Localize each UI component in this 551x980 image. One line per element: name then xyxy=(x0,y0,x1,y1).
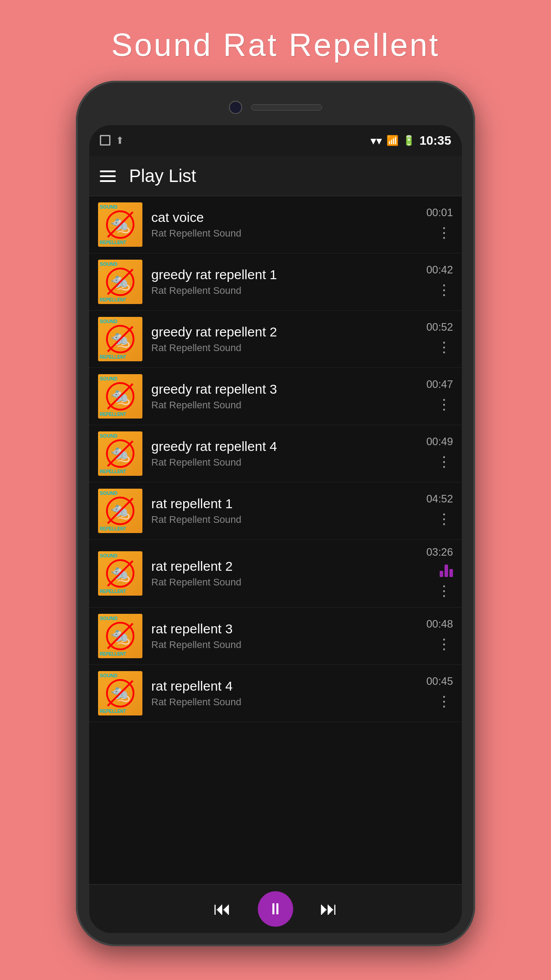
hamburger-menu-button[interactable] xyxy=(100,170,116,182)
thumb-sound-label: SOUND xyxy=(100,204,118,209)
eq-bar-3 xyxy=(449,569,453,577)
eq-bar-1 xyxy=(440,571,443,577)
track-duration: 00:49 xyxy=(426,435,453,448)
track-name: cat voice xyxy=(151,210,426,225)
track-duration: 00:42 xyxy=(426,264,453,276)
thumb-rat-circle: 🐀 xyxy=(106,559,134,588)
track-info: greedy rat repellent 4 Rat Repellent Sou… xyxy=(151,439,426,468)
status-bar: ⬆ ▾▾ 📶 🔋 10:35 xyxy=(89,125,462,156)
next-button[interactable]: ⏭ xyxy=(315,896,342,922)
thumb-rat-circle: 🐀 xyxy=(106,268,134,296)
track-info: greedy rat repellent 2 Rat Repellent Sou… xyxy=(151,324,426,354)
track-right: 00:01 ⋮ xyxy=(426,206,453,243)
track-subtitle: Rat Repellent Sound xyxy=(151,514,426,526)
status-square-icon xyxy=(100,135,110,146)
track-duration: 00:52 xyxy=(426,321,453,333)
more-options-icon[interactable]: ⋮ xyxy=(435,691,453,711)
track-thumbnail: SOUND 🐀 REPELLENT xyxy=(98,374,142,419)
more-options-icon[interactable]: ⋮ xyxy=(435,337,453,357)
thumb-sound-label: SOUND xyxy=(100,433,118,439)
track-info: rat repellent 3 Rat Repellent Sound xyxy=(151,621,426,651)
more-options-icon[interactable]: ⋮ xyxy=(435,581,453,601)
thumb-repellent-label: REPELLENT xyxy=(100,709,126,714)
signal-icon: 📶 xyxy=(386,135,398,146)
battery-icon: 🔋 xyxy=(403,135,415,146)
thumb-rat-circle: 🐀 xyxy=(106,210,134,239)
track-info: rat repellent 1 Rat Repellent Sound xyxy=(151,496,426,526)
thumb-sound-label: SOUND xyxy=(100,376,118,381)
prev-icon: ⏮ xyxy=(213,899,231,919)
phone-top-bar xyxy=(89,94,462,121)
track-subtitle: Rat Repellent Sound xyxy=(151,399,426,411)
more-options-icon[interactable]: ⋮ xyxy=(435,280,453,300)
more-options-icon[interactable]: ⋮ xyxy=(435,634,453,654)
track-name: rat repellent 4 xyxy=(151,679,426,694)
track-subtitle: Rat Repellent Sound xyxy=(151,228,426,239)
thumb-sound-label: SOUND xyxy=(100,490,118,496)
thumb-rat-circle: 🐀 xyxy=(106,325,134,353)
status-right-icons: ▾▾ 📶 🔋 10:35 xyxy=(370,134,451,148)
track-right: 00:52 ⋮ xyxy=(426,321,453,357)
track-name: greedy rat repellent 2 xyxy=(151,324,426,340)
app-header: Play List xyxy=(89,156,462,196)
thumb-rat-circle: 🐀 xyxy=(106,382,134,411)
track-item[interactable]: SOUND 🐀 REPELLENT rat repellent 2 Rat Re… xyxy=(89,540,462,608)
track-duration: 00:47 xyxy=(426,378,453,391)
hamburger-line-3 xyxy=(100,180,116,182)
track-name: greedy rat repellent 1 xyxy=(151,267,426,282)
track-item[interactable]: SOUND 🐀 REPELLENT greedy rat repellent 2… xyxy=(89,311,462,368)
track-right: 00:45 ⋮ xyxy=(426,675,453,711)
bottom-player: ⏮ ⏸ ⏭ xyxy=(89,884,462,933)
more-options-icon[interactable]: ⋮ xyxy=(435,451,453,472)
playlist-container[interactable]: SOUND 🐀 REPELLENT cat voice Rat Repellen… xyxy=(89,196,462,884)
track-duration: 00:01 xyxy=(426,206,453,219)
track-thumbnail: SOUND 🐀 REPELLENT xyxy=(98,260,142,304)
track-name: rat repellent 1 xyxy=(151,496,426,511)
track-info: rat repellent 2 Rat Repellent Sound xyxy=(151,559,426,588)
thumb-repellent-label: REPELLENT xyxy=(100,652,126,656)
thumb-repellent-label: REPELLENT xyxy=(100,355,126,360)
track-subtitle: Rat Repellent Sound xyxy=(151,696,426,708)
prev-button[interactable]: ⏮ xyxy=(209,896,236,922)
thumb-sound-label: SOUND xyxy=(100,616,118,621)
status-left-icons: ⬆ xyxy=(100,135,124,146)
thumb-rat-circle: 🐀 xyxy=(106,622,134,650)
play-pause-button[interactable]: ⏸ xyxy=(258,891,293,927)
thumb-repellent-label: REPELLENT xyxy=(100,469,126,474)
track-name: greedy rat repellent 4 xyxy=(151,439,426,454)
thumb-repellent-label: REPELLENT xyxy=(100,526,126,531)
track-right: 00:48 ⋮ xyxy=(426,618,453,654)
track-item[interactable]: SOUND 🐀 REPELLENT rat repellent 3 Rat Re… xyxy=(89,608,462,665)
track-item[interactable]: SOUND 🐀 REPELLENT greedy rat repellent 4… xyxy=(89,425,462,482)
hamburger-line-2 xyxy=(100,175,116,177)
thumb-rat-circle: 🐀 xyxy=(106,679,134,707)
thumb-rat-circle: 🐀 xyxy=(106,439,134,468)
more-options-icon[interactable]: ⋮ xyxy=(435,222,453,243)
track-item[interactable]: SOUND 🐀 REPELLENT rat repellent 4 Rat Re… xyxy=(89,665,462,722)
track-thumbnail: SOUND 🐀 REPELLENT xyxy=(98,551,142,596)
track-duration: 00:48 xyxy=(426,618,453,630)
thumb-sound-label: SOUND xyxy=(100,261,118,267)
track-thumbnail: SOUND 🐀 REPELLENT xyxy=(98,489,142,533)
eq-bar-2 xyxy=(445,565,448,577)
more-options-icon[interactable]: ⋮ xyxy=(435,509,453,529)
track-info: cat voice Rat Repellent Sound xyxy=(151,210,426,239)
track-subtitle: Rat Repellent Sound xyxy=(151,577,426,588)
track-duration: 04:52 xyxy=(426,493,453,505)
track-item[interactable]: SOUND 🐀 REPELLENT greedy rat repellent 3… xyxy=(89,368,462,425)
track-duration: 03:26 xyxy=(426,546,453,558)
more-options-icon[interactable]: ⋮ xyxy=(435,394,453,415)
status-time: 10:35 xyxy=(419,134,451,148)
track-name: rat repellent 2 xyxy=(151,559,426,574)
phone-speaker xyxy=(251,104,322,111)
thumb-sound-label: SOUND xyxy=(100,673,118,678)
playing-indicator xyxy=(440,564,453,577)
track-info: greedy rat repellent 1 Rat Repellent Sou… xyxy=(151,267,426,296)
playlist-title: Play List xyxy=(129,166,196,186)
track-item[interactable]: SOUND 🐀 REPELLENT rat repellent 1 Rat Re… xyxy=(89,482,462,540)
track-info: greedy rat repellent 3 Rat Repellent Sou… xyxy=(151,382,426,411)
thumb-repellent-label: REPELLENT xyxy=(100,240,126,245)
track-item[interactable]: SOUND 🐀 REPELLENT greedy rat repellent 1… xyxy=(89,253,462,311)
track-item[interactable]: SOUND 🐀 REPELLENT cat voice Rat Repellen… xyxy=(89,196,462,253)
track-subtitle: Rat Repellent Sound xyxy=(151,457,426,468)
